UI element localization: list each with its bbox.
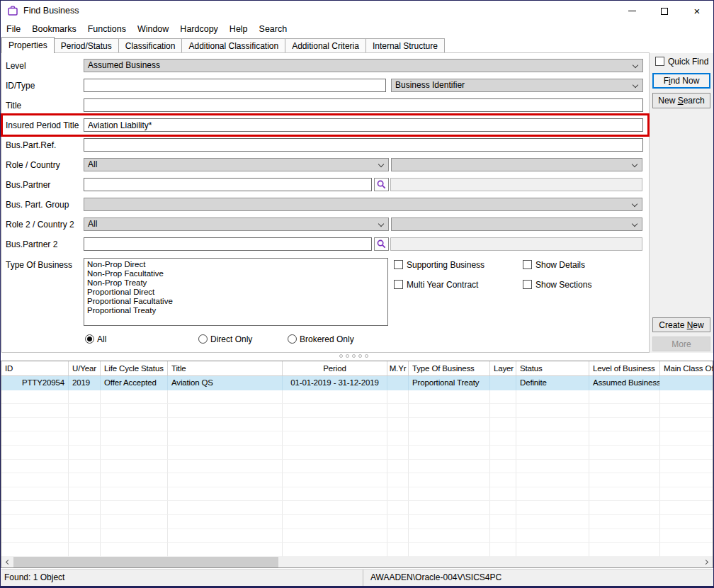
table-cell-period[interactable]: 01-01-2019 - 31-12-2019 xyxy=(283,376,387,390)
column-header-type-of-business[interactable]: Type Of Business xyxy=(409,361,490,375)
new-search-button[interactable]: New Search xyxy=(652,93,710,108)
table-empty-cell xyxy=(490,404,516,418)
menu-search[interactable]: Search xyxy=(254,21,293,37)
splitter-handle[interactable] xyxy=(339,354,368,358)
table-empty-cell xyxy=(1,460,69,474)
title-input[interactable] xyxy=(84,98,643,112)
table-cell-status[interactable]: Definite xyxy=(516,376,589,390)
column-header-main-class-of[interactable]: Main Class Of xyxy=(660,361,713,375)
tab-internal-structure[interactable]: Internal Structure xyxy=(366,38,445,53)
table-cell-title[interactable]: Aviation QS xyxy=(168,376,283,390)
scroll-right-arrow[interactable] xyxy=(701,557,713,567)
bus-part-ref-input[interactable] xyxy=(84,138,643,152)
multi-year-contract-checkbox[interactable]: Multi Year Contract xyxy=(394,279,478,290)
supporting-business-checkbox[interactable]: Supporting Business xyxy=(394,259,484,270)
tab-additional-classification[interactable]: Additional Classification xyxy=(181,38,285,53)
table-cell-layer[interactable] xyxy=(490,376,516,390)
show-details-checkbox[interactable]: Show Details xyxy=(523,259,585,270)
country2-dropdown[interactable] xyxy=(391,217,642,231)
table-empty-cell xyxy=(69,404,101,418)
column-header-m-yr[interactable]: M.Yr xyxy=(387,361,409,375)
column-header-status[interactable]: Status xyxy=(516,361,589,375)
table-empty-row xyxy=(1,529,713,543)
list-item[interactable]: Proportional Direct xyxy=(84,288,387,297)
table-empty-cell xyxy=(1,431,69,446)
id-type-dropdown[interactable]: Business Identifier xyxy=(391,79,643,92)
list-item[interactable]: Non-Prop Facultative xyxy=(84,269,387,278)
table-empty-cell xyxy=(589,460,660,474)
menu-functions[interactable]: Functions xyxy=(82,21,132,37)
role-dropdown[interactable]: All xyxy=(84,158,389,171)
level-dropdown[interactable]: Assumed Business xyxy=(84,59,643,72)
id-input[interactable] xyxy=(84,79,386,92)
bus-partner2-input[interactable] xyxy=(84,237,372,251)
grip-dot-icon xyxy=(346,354,349,358)
menu-bookmarks[interactable]: Bookmarks xyxy=(26,21,82,37)
table-cell-m-yr[interactable] xyxy=(387,376,409,390)
close-button[interactable]: × xyxy=(681,1,713,21)
column-header-id[interactable]: ID xyxy=(1,361,69,375)
table-empty-cell xyxy=(168,404,283,418)
bus-partner-search-button[interactable] xyxy=(374,178,389,191)
tab-additional-criteria[interactable]: Additional Criteria xyxy=(285,38,366,53)
bus-part-group-dropdown[interactable] xyxy=(84,198,642,211)
table-empty-cell xyxy=(490,543,516,557)
list-item[interactable]: Proportional Treaty xyxy=(84,306,387,315)
tab-period-status[interactable]: Period/Status xyxy=(54,38,119,53)
role2-dropdown[interactable]: All xyxy=(84,217,389,231)
column-header-layer[interactable]: Layer xyxy=(490,361,516,375)
tab-properties[interactable]: Properties xyxy=(1,37,55,53)
bus-partner2-search-button[interactable] xyxy=(374,237,389,251)
table-empty-cell xyxy=(168,515,283,529)
table-empty-cell xyxy=(168,460,283,474)
table-empty-cell xyxy=(516,460,589,474)
column-header-life-cycle-status[interactable]: Life Cycle Status xyxy=(101,361,168,375)
table-empty-cell xyxy=(516,473,589,487)
table-empty-cell xyxy=(69,390,101,405)
list-item[interactable]: Non-Prop Treaty xyxy=(84,278,387,288)
tab-classification[interactable]: Classification xyxy=(118,38,183,53)
table-cell-type-of-business[interactable]: Proportional Treaty xyxy=(409,376,490,390)
menu-file[interactable]: File xyxy=(1,21,26,37)
chevron-down-icon xyxy=(633,62,638,68)
column-header-u-year[interactable]: U/Year xyxy=(69,361,101,375)
table-cell-life-cycle-status[interactable]: Offer Accepted xyxy=(101,376,168,390)
table-empty-cell xyxy=(516,390,589,405)
radio-direct-only[interactable]: Direct Only xyxy=(198,334,252,344)
menu-hardcopy[interactable]: Hardcopy xyxy=(174,21,224,37)
scrollbar-thumb[interactable] xyxy=(13,557,278,567)
find-now-button[interactable]: Find Now xyxy=(652,73,710,89)
table-cell-main-class-of[interactable] xyxy=(660,376,713,390)
column-header-level-of-business[interactable]: Level of Business xyxy=(589,361,660,375)
column-header-title[interactable]: Title xyxy=(168,361,283,375)
bus-part-ref-label: Bus.Part.Ref. xyxy=(6,140,82,152)
maximize-button[interactable] xyxy=(648,1,681,21)
table-empty-cell xyxy=(516,418,589,432)
menu-window[interactable]: Window xyxy=(132,21,174,37)
horizontal-scrollbar[interactable] xyxy=(1,557,713,567)
create-new-button[interactable]: Create New xyxy=(652,317,710,332)
minimize-icon xyxy=(628,11,636,11)
type-of-business-listbox[interactable]: Non-Prop Direct Non-Prop Facultative Non… xyxy=(84,258,388,326)
quick-find-checkbox[interactable]: Quick Find xyxy=(655,56,708,67)
table-empty-cell xyxy=(283,501,387,515)
show-sections-checkbox[interactable]: Show Sections xyxy=(523,279,591,290)
radio-all[interactable]: All xyxy=(85,334,106,344)
table-empty-cell xyxy=(387,487,409,502)
scroll-left-arrow[interactable] xyxy=(1,557,13,567)
list-item[interactable]: Proportional Facultative xyxy=(84,297,387,306)
menu-help[interactable]: Help xyxy=(224,21,254,37)
table-empty-cell xyxy=(409,473,490,487)
minimize-button[interactable] xyxy=(616,1,648,21)
table-empty-cell xyxy=(660,543,713,557)
table-cell-u-year[interactable]: 2019 xyxy=(69,376,101,390)
column-header-period[interactable]: Period xyxy=(283,361,387,375)
insured-period-title-input[interactable] xyxy=(84,118,643,132)
table-cell-level-of-business[interactable]: Assumed Business xyxy=(589,376,660,390)
radio-brokered-only[interactable]: Brokered Only xyxy=(288,334,354,344)
bus-partner-input[interactable] xyxy=(84,178,372,191)
country-dropdown[interactable] xyxy=(391,158,642,171)
table-row[interactable]: PTTY209542019Offer AcceptedAviation QS01… xyxy=(1,376,713,390)
list-item[interactable]: Non-Prop Direct xyxy=(84,260,387,269)
table-cell-id[interactable]: PTTY20954 xyxy=(1,376,69,390)
